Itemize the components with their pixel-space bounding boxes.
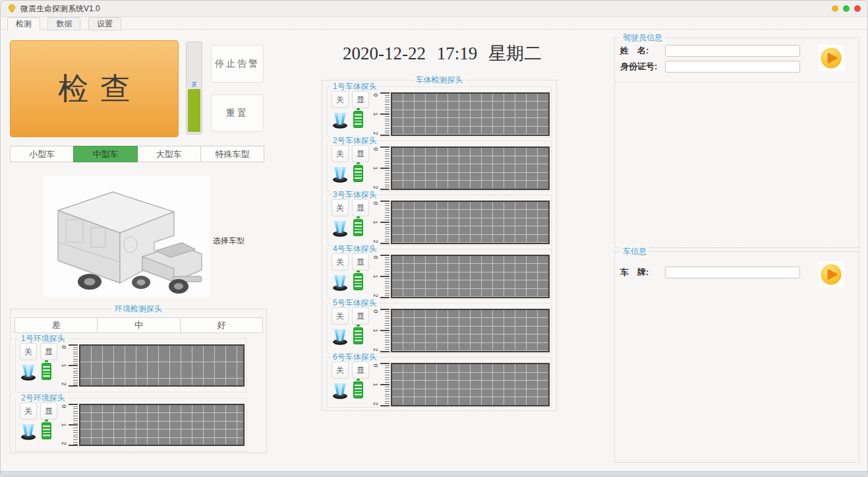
- probe-label: 4号车体探头: [331, 244, 379, 253]
- environment-group-title: 环境检测探头: [112, 304, 165, 313]
- vehicle-info-title: 车信息: [620, 247, 649, 256]
- body-probe-rows: 1号车体探头 关 显 0 1: [327, 86, 552, 408]
- probe-off-button[interactable]: 关: [332, 199, 349, 216]
- ruler-scale-icon: 0 1 2: [372, 146, 390, 190]
- app-window: 微震生命探测系统V1.0 检测 数据 设置 检查 灵 停止告警 重置 小型车 中…: [0, 0, 868, 477]
- minimize-dot-icon[interactable]: [832, 5, 838, 12]
- probe-show-button[interactable]: 显: [40, 343, 57, 360]
- vehicle-info-group: 车信息 车 牌:: [614, 251, 859, 462]
- ruler-tick-0: 0: [61, 404, 67, 410]
- tab-detection[interactable]: 检测: [7, 17, 40, 30]
- battery-icon: [353, 381, 363, 398]
- datetime-display: 2020-12-22 17:19 星期二: [297, 42, 587, 65]
- reset-button[interactable]: 重置: [211, 94, 264, 132]
- probe-off-button[interactable]: 关: [332, 362, 349, 379]
- probe-off-button[interactable]: 关: [332, 91, 349, 108]
- probe-off-button[interactable]: 关: [332, 145, 349, 162]
- probe-show-button[interactable]: 显: [352, 253, 369, 270]
- driver-id-input[interactable]: [665, 61, 800, 73]
- battery-icon: [42, 363, 51, 380]
- probe-controls: 关 显: [332, 145, 372, 183]
- ruler-tick-1: 1: [373, 382, 378, 388]
- probe-off-button[interactable]: 关: [332, 307, 349, 325]
- vehicle-type-large[interactable]: 大型车: [137, 146, 201, 162]
- ruler-scale-icon: 0 1 2: [372, 255, 390, 298]
- probe-show-button[interactable]: 显: [352, 199, 369, 216]
- env-level-bad-button[interactable]: 差: [14, 317, 98, 333]
- waveform-grid: [391, 309, 550, 352]
- probe-show-button[interactable]: 显: [40, 402, 57, 420]
- battery-icon: [42, 422, 51, 439]
- detector-beam-icon: [332, 112, 349, 129]
- select-vehicle-hint: 选择车型: [213, 236, 245, 247]
- probe-show-button[interactable]: 显: [352, 91, 369, 108]
- tab-bar: 检测 数据 设置: [1, 17, 867, 30]
- probe-show-button[interactable]: 显: [352, 307, 369, 325]
- tab-data[interactable]: 数据: [47, 17, 80, 30]
- stop-alarm-button[interactable]: 停止告警: [211, 45, 264, 82]
- window-title: 微震生命探测系统V1.0: [20, 3, 100, 15]
- driver-name-label: 姓 名:: [620, 45, 665, 57]
- probe-group: 3号车体探头 关 显 0 1: [327, 195, 552, 245]
- probe-label: 1号环境探头: [19, 334, 67, 343]
- ruler-tick-1: 1: [373, 328, 378, 334]
- vehicle-sketch-image: [43, 176, 210, 296]
- ruler-scale-icon: 0 1 2: [61, 404, 78, 446]
- vehicle-type-small[interactable]: 小型车: [10, 146, 74, 162]
- waveform-grid: [391, 255, 550, 298]
- probe-show-button[interactable]: 显: [352, 145, 369, 162]
- ruler-scale-icon: 0 1 2: [372, 309, 390, 352]
- detector-beam-icon: [332, 383, 349, 399]
- driver-info-group: 驾驶员信息 姓 名: 身份证号:: [614, 38, 859, 248]
- driver-name-input[interactable]: [665, 45, 800, 57]
- environment-probe-group: 环境检测探头 差 中 好 1号环境探头 关 显: [10, 309, 267, 453]
- title-bar: 微震生命探测系统V1.0: [1, 1, 867, 17]
- probe-off-button[interactable]: 关: [20, 402, 37, 420]
- detector-beam-icon: [332, 274, 349, 291]
- ruler-scale-icon: 0 1 2: [61, 344, 78, 387]
- ruler-tick-0: 0: [61, 344, 67, 350]
- tab-settings[interactable]: 设置: [88, 17, 121, 30]
- vehicle-type-medium[interactable]: 中型车: [73, 146, 137, 162]
- detector-beam-icon: [20, 424, 37, 440]
- detector-beam-icon: [332, 329, 349, 345]
- sensitivity-slider[interactable]: 灵: [186, 42, 202, 135]
- environment-probe-rows: 1号环境探头 关 显 0 1: [11, 338, 266, 452]
- battery-icon: [353, 111, 363, 128]
- probe-off-button[interactable]: 关: [332, 253, 349, 270]
- vehicle-play-button[interactable]: [818, 261, 844, 288]
- close-dot-icon[interactable]: [854, 5, 861, 12]
- driver-play-button[interactable]: [818, 45, 844, 71]
- ruler-tick-1: 1: [373, 111, 378, 117]
- detector-beam-icon: [332, 220, 349, 237]
- battery-icon: [353, 165, 363, 182]
- ruler-scale-icon: 0 1 2: [372, 201, 390, 244]
- probe-show-button[interactable]: 显: [352, 362, 369, 379]
- env-level-good-button[interactable]: 好: [180, 317, 263, 333]
- ruler-tick-1: 1: [61, 422, 67, 428]
- probe-group: 6号车体探头 关 显 0 1: [327, 357, 552, 408]
- ruler-tick-1: 1: [61, 363, 67, 369]
- vehicle-type-special[interactable]: 特殊车型: [200, 146, 264, 162]
- probe-group: 1号车体探头 关 显 0 1: [327, 86, 552, 137]
- probe-group: 2号车体探头 关 显 0 1: [327, 141, 552, 191]
- waveform-grid: [391, 146, 550, 190]
- sensitivity-fill: [188, 89, 200, 132]
- check-button[interactable]: 检查: [10, 40, 179, 137]
- probe-label: 2号车体探头: [331, 136, 379, 145]
- waveform-grid: [79, 404, 245, 446]
- battery-icon: [353, 219, 363, 236]
- env-level-medium-button[interactable]: 中: [97, 317, 180, 333]
- waveform-grid: [391, 92, 550, 136]
- ruler-tick-0: 0: [373, 309, 378, 315]
- driver-id-label: 身份证号:: [620, 61, 665, 73]
- probe-label: 2号环境探头: [19, 393, 67, 402]
- probe-controls: 关 显: [332, 91, 372, 129]
- detector-beam-icon: [20, 364, 37, 381]
- maximize-dot-icon[interactable]: [843, 5, 850, 12]
- vehicle-type-row: 小型车 中型车 大型车 特殊车型: [10, 146, 264, 162]
- plate-input[interactable]: [665, 267, 800, 278]
- probe-off-button[interactable]: 关: [20, 343, 37, 360]
- ruler-tick-2: 2: [61, 381, 67, 387]
- probe-controls: 关 显: [332, 307, 372, 345]
